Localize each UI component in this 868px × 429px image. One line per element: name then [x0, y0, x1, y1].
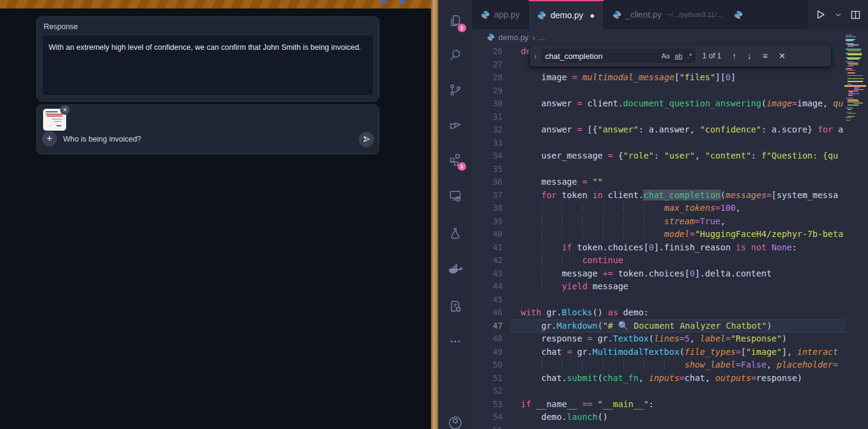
remote-explorer-icon[interactable] — [438, 181, 472, 210]
chat-message-input[interactable]: Who is being invoiced? — [63, 135, 141, 143]
source-control-icon[interactable] — [438, 75, 472, 105]
line-number: 33 — [472, 137, 503, 150]
python-icon — [734, 10, 743, 19]
code-line: 41 if token.choices[0].finish_reason is … — [472, 241, 846, 255]
next-match-icon[interactable]: ↓ — [747, 51, 751, 61]
window-divider — [431, 0, 438, 429]
code-line: 52 — [472, 385, 846, 398]
code-line: 34 user_message = {"role": "user", "cont… — [472, 149, 846, 163]
code-line: 28 image = multimodal_message["files"][0… — [472, 71, 846, 84]
docker-icon[interactable] — [438, 255, 472, 284]
tab-app-py[interactable]: app.py — [472, 0, 529, 29]
code-line: 40 model="HuggingFaceH4/zephyr-7b-beta — [472, 228, 846, 241]
code-line: 50 show_label=False, placeholder= — [472, 359, 846, 372]
line-number: 44 — [472, 280, 503, 293]
find-widget: › chat_completion Aa ab .* 1 of 1 ↑ ↓ ≡ … — [529, 46, 832, 67]
browser-titlebar — [0, 0, 431, 9]
line-number: 52 — [472, 385, 503, 398]
line-number: 50 — [472, 359, 503, 372]
minimap-line — [846, 120, 865, 121]
search-icon[interactable] — [438, 41, 472, 70]
code-line: 36 message = "" — [472, 176, 846, 189]
testing-icon[interactable] — [438, 219, 472, 248]
file-settings-icon[interactable] — [438, 292, 472, 321]
code-line: 44 yield message — [472, 280, 846, 293]
code-line: 39 stream=True, — [472, 215, 846, 228]
tab-label: app.py — [494, 10, 520, 19]
chat-input-panel: ✕ + Who is being invoiced? — [36, 105, 379, 154]
remove-attachment-button[interactable]: ✕ — [60, 105, 70, 115]
find-input[interactable]: chat_completion Aa ab .* — [541, 48, 696, 64]
python-icon — [487, 33, 495, 41]
line-number: 49 — [472, 346, 503, 359]
breadcrumb-more: ... — [538, 33, 545, 42]
code-line: 43 message += token.choices[0].delta.con… — [472, 267, 846, 281]
close-find-icon[interactable]: ✕ — [778, 51, 785, 61]
send-button[interactable] — [359, 132, 374, 147]
send-icon — [362, 135, 371, 143]
run-dropdown-chevron-icon[interactable] — [835, 11, 842, 18]
line-number: 35 — [472, 163, 503, 176]
code-line: 48 response = gr.Textbox(lines=5, label=… — [472, 332, 846, 346]
line-number: 53 — [472, 398, 503, 411]
code-line: 55 — [472, 424, 846, 429]
code-line: 47 gr.Markdown("# 🔍 Document Analyzer Ch… — [472, 320, 846, 333]
line-number: 28 — [472, 71, 503, 84]
code-line: 46with gr.Blocks() as demo: — [472, 306, 846, 320]
find-query-text[interactable]: chat_completion — [545, 52, 656, 61]
breadcrumb-file: demo.py — [498, 33, 529, 42]
line-number: 27 — [472, 58, 503, 72]
line-number: 38 — [472, 202, 503, 215]
python-icon — [612, 10, 622, 19]
activity-bar: 1 1 — [438, 0, 472, 429]
line-number: 40 — [472, 228, 503, 241]
find-results-count: 1 of 1 — [702, 52, 721, 60]
vscode-window: app.py demo.py ● _client.py ~/.../python… — [438, 0, 868, 429]
response-textarea[interactable]: With an extremely high level of confiden… — [42, 35, 374, 96]
code-editor[interactable]: 26def 2728 image = multimodal_message["f… — [472, 45, 846, 429]
tab-partial[interactable] — [731, 0, 746, 29]
run-button-icon[interactable] — [815, 9, 826, 20]
line-number: 43 — [472, 267, 503, 281]
line-number: 34 — [472, 149, 503, 163]
split-editor-icon[interactable] — [850, 10, 861, 20]
code-line: 53if __name__ == "__main__": — [472, 398, 846, 411]
explorer-icon[interactable]: 1 — [438, 6, 472, 35]
run-debug-icon[interactable] — [438, 110, 472, 139]
toggle-replace-chevron-icon[interactable]: › — [530, 52, 541, 61]
find-in-selection-icon[interactable]: ≡ — [762, 51, 767, 61]
breadcrumb[interactable]: demo.py › ... — [472, 29, 846, 45]
regex-icon[interactable]: .* — [687, 52, 692, 60]
previous-match-icon[interactable]: ↑ — [732, 51, 736, 61]
minimap[interactable] — [846, 35, 865, 429]
line-number: 37 — [472, 189, 503, 202]
line-number: 39 — [472, 215, 503, 228]
tab-client-py[interactable]: _client.py ~/.../python3.11/... — [604, 0, 732, 29]
whole-word-icon[interactable]: ab — [675, 52, 683, 60]
python-icon — [481, 10, 490, 19]
account-icon[interactable] — [438, 408, 472, 429]
code-line: 29 — [472, 84, 846, 98]
code-line: 37 for token in client.chat_completion(m… — [472, 189, 846, 202]
line-number: 47 — [472, 320, 503, 333]
code-line: 38 max_tokens=100, — [472, 202, 846, 215]
code-line: 54 demo.launch() — [472, 411, 846, 424]
line-number: 26 — [472, 45, 503, 58]
more-icon[interactable] — [438, 327, 472, 356]
line-number: 51 — [472, 372, 503, 385]
line-number: 36 — [472, 176, 503, 189]
match-case-icon[interactable]: Aa — [661, 52, 670, 60]
line-number: 32 — [472, 123, 503, 137]
add-file-button[interactable]: + — [42, 131, 57, 146]
tab-label: _client.py — [626, 10, 662, 19]
code-line: 45 — [472, 293, 846, 307]
code-line: 31 — [472, 111, 846, 124]
tab-demo-py[interactable]: demo.py ● — [529, 0, 604, 29]
line-number: 29 — [472, 84, 503, 98]
extensions-icon[interactable]: 1 — [438, 145, 472, 174]
line-number: 41 — [472, 241, 503, 255]
python-icon — [537, 11, 546, 20]
explorer-badge: 1 — [458, 24, 466, 32]
breadcrumb-separator: › — [532, 33, 535, 42]
titlebar-glyph — [399, 1, 405, 4]
